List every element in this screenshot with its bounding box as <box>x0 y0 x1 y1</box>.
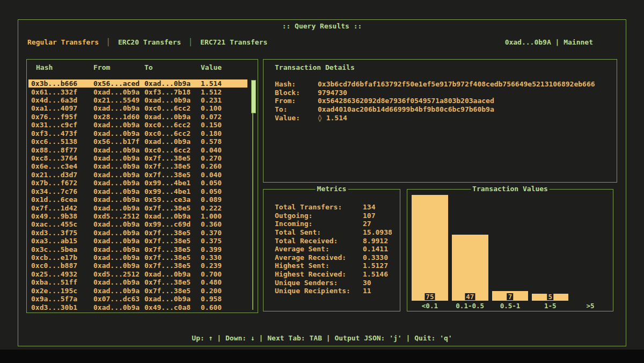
table-row[interactable]: 0x4d...6a3d0x21...55490xad...0b9a0.231 <box>28 96 247 104</box>
table-row[interactable]: 0xf3...473f0xad...0b9a0xc0...6cc20.180 <box>28 129 247 137</box>
column-header-value: Value <box>201 63 258 71</box>
cell-hash: 0x7f...1d42 <box>31 204 93 212</box>
table-body: 0x3b...b6660x56...aced0xad...0b9a1.5140x… <box>28 79 247 311</box>
table-row[interactable]: 0x34...7c760xad...0b9a0x99...4be10.050 <box>28 187 247 195</box>
wallet-network-label: 0xad...0b9A | Mainnet <box>505 38 593 46</box>
cell-value: 0.100 <box>201 104 247 112</box>
cell-hash: 0x61...332f <box>31 88 93 96</box>
table-row[interactable]: 0xac...455c0xad...0b9a0x99...c69d0.360 <box>28 220 247 228</box>
metric-label: Average Received: <box>275 253 363 262</box>
cell-value: 0.050 <box>201 187 247 195</box>
cell-to: 0xad...0b9a <box>144 96 201 104</box>
cell-hash: 0x6e...c3e4 <box>31 162 93 170</box>
table-row[interactable]: 0x31...c9cf0xad...0b9a0xc0...6cc20.150 <box>28 121 247 129</box>
cell-to: 0x99...4be1 <box>144 187 201 195</box>
table-row[interactable]: 0x3b...b6660x56...aced0xad...0b9a1.514 <box>28 79 247 88</box>
table-row[interactable]: 0x88...8f770xad...0b9a0xc0...6cc20.040 <box>28 146 247 154</box>
cell-from: 0xad...0b9a <box>93 278 144 286</box>
scrollbar-track[interactable] <box>252 80 253 310</box>
table-header-row: Hash From To Value <box>27 63 258 71</box>
cell-to: 0x7f...38e5 <box>144 154 201 162</box>
tab-bar: Regular Transfers│ERC20 Transfers│ERC721… <box>27 38 267 46</box>
cell-from: 0xad...0b9a <box>93 237 144 245</box>
table-row[interactable]: 0xc0...b8870xad...0b9a0x7f...38e50.239 <box>28 262 247 270</box>
tab-erc20-transfers[interactable]: ERC20 Transfers <box>118 38 181 46</box>
table-row[interactable]: 0xd3...3f750xad...0b9a0x7f...38e50.370 <box>28 229 247 237</box>
cell-from: 0x28...1d60 <box>93 113 144 121</box>
cell-from: 0xad...0b9a <box>93 220 144 228</box>
table-row[interactable]: 0x21...d3d70xad...0b9a0x7f...38e50.040 <box>28 171 247 179</box>
metrics-panel-title: Metrics <box>316 185 348 193</box>
metric-label: Total Received: <box>275 237 363 245</box>
cell-hash: 0x31...c9cf <box>31 121 93 129</box>
cell-value: 1.000 <box>201 212 247 220</box>
metric-label: Highest Sent: <box>275 262 363 270</box>
metrics-list: Total Transfers:134Outgoing:107Incoming:… <box>275 203 396 295</box>
bar-value-label: 47 <box>465 293 475 300</box>
cell-value: 0.150 <box>201 121 247 129</box>
details-field-row: Hash:0x3b6cd7d6bfaf163792f50e1ef5e917b97… <box>275 80 611 89</box>
table-row[interactable]: 0xc6...51380x56...b17f0xad...0b9a0.578 <box>28 137 247 146</box>
cell-value: 0.375 <box>201 237 247 245</box>
tab-regular-transfers[interactable]: Regular Transfers <box>27 38 99 46</box>
cell-value: 1.512 <box>201 88 247 96</box>
column-header-to: To <box>144 63 201 71</box>
metric-value: 1.5127 <box>363 262 396 270</box>
cell-hash: 0xba...51ff <box>31 278 93 286</box>
metric-label: Unique Recipients: <box>275 287 363 295</box>
details-field-value: ◊ 1.514 <box>318 114 611 122</box>
cell-hash: 0x3b...b666 <box>31 79 93 88</box>
table-row[interactable]: 0xd3...30b10xad...0b9a0x49...c0a80.600 <box>28 303 247 311</box>
cell-from: 0x56...b17f <box>93 137 144 146</box>
chart-bar-slot: 470.1-0.5 <box>452 195 488 301</box>
table-row[interactable]: 0x3c...5bea0xad...0b9a0x7f...38e50.399 <box>28 245 247 253</box>
table-row[interactable]: 0xa3...ab150xad...0b9a0x7f...38e50.375 <box>28 237 247 245</box>
table-row[interactable]: 0x9a...5f7a0x07...dc630xad...0b9a0.958 <box>28 295 247 303</box>
table-row[interactable]: 0x49...9b380xd5...25120xad...0b9a1.000 <box>28 212 247 220</box>
cell-hash: 0x1d...6cea <box>31 195 93 204</box>
table-row[interactable]: 0x7f...1d420xad...0b9a0x7f...38e50.222 <box>28 204 247 212</box>
chart-title: Transaction Values <box>471 185 550 193</box>
cell-hash: 0xc6...5138 <box>31 137 93 146</box>
cell-value: 1.514 <box>201 79 247 88</box>
metric-label: Total Sent: <box>275 228 363 236</box>
metric-row: Highest Sent:1.5127 <box>275 262 396 270</box>
table-row[interactable]: 0x76...f95f0x28...1d600xad...0b9a0.072 <box>28 113 247 121</box>
table-row[interactable]: 0x6e...c3e40xad...0b9a0x7f...38e50.260 <box>28 162 247 170</box>
table-row[interactable]: 0xba...51ff0xad...0b9a0x7f...38e50.480 <box>28 278 247 286</box>
cell-value: 0.370 <box>201 229 247 237</box>
cell-from: 0xad...0b9a <box>93 187 144 195</box>
cell-from: 0xad...0b9a <box>93 154 144 162</box>
cell-from: 0xd5...2512 <box>93 270 144 278</box>
cell-to: 0xad...0b9a <box>144 295 201 303</box>
cell-from: 0xad...0b9a <box>93 229 144 237</box>
details-field-label: To: <box>275 105 318 113</box>
cell-to: 0x7f...38e5 <box>144 262 201 270</box>
metric-row: Outgoing:107 <box>275 212 396 220</box>
table-row[interactable]: 0xa1...40970xad...0b9a0xc0...6cc20.100 <box>28 104 247 112</box>
cell-from: 0xd5...2512 <box>93 212 144 220</box>
cell-value: 0.222 <box>201 204 247 212</box>
scrollbar-thumb[interactable] <box>251 80 256 113</box>
cell-from: 0x07...dc63 <box>93 295 144 303</box>
cell-to: 0x7f...38e5 <box>144 253 201 262</box>
table-row[interactable]: 0x25...49320xd5...25120xad...0b9a0.700 <box>28 270 247 278</box>
table-row[interactable]: 0x2e...195c0xad...0b9a0x7f...38e50.200 <box>28 287 247 295</box>
metric-value: 30 <box>363 279 396 287</box>
bar-value-label: 75 <box>425 293 435 300</box>
table-row[interactable]: 0xcb...e17b0xad...0b9a0x7f...38e50.330 <box>28 253 247 262</box>
table-row[interactable]: 0x7b...f6720xad...0b9a0x99...4be10.050 <box>28 179 247 187</box>
table-row[interactable]: 0xc8...37640xad...0b9a0x7f...38e50.270 <box>28 154 247 162</box>
cell-hash: 0x88...8f77 <box>31 146 93 154</box>
bar: 5 <box>532 294 568 301</box>
details-field-row: Block:9794730 <box>275 89 611 97</box>
table-row[interactable]: 0x61...332f0xad...0b9a0xf3...7b181.512 <box>28 88 247 96</box>
cell-from: 0xad...0b9a <box>93 253 144 262</box>
metric-row: Incoming:27 <box>275 220 396 228</box>
cell-to: 0x7f...38e5 <box>144 162 201 170</box>
metric-row: Highest Received:1.5146 <box>275 270 396 279</box>
cell-hash: 0x7b...f672 <box>31 179 93 187</box>
cell-hash: 0xd3...3f75 <box>31 229 93 237</box>
table-row[interactable]: 0x1d...6cea0xad...0b9a0x59...ce3a0.089 <box>28 195 247 204</box>
tab-erc721-transfers[interactable]: ERC721 Transfers <box>200 38 267 46</box>
